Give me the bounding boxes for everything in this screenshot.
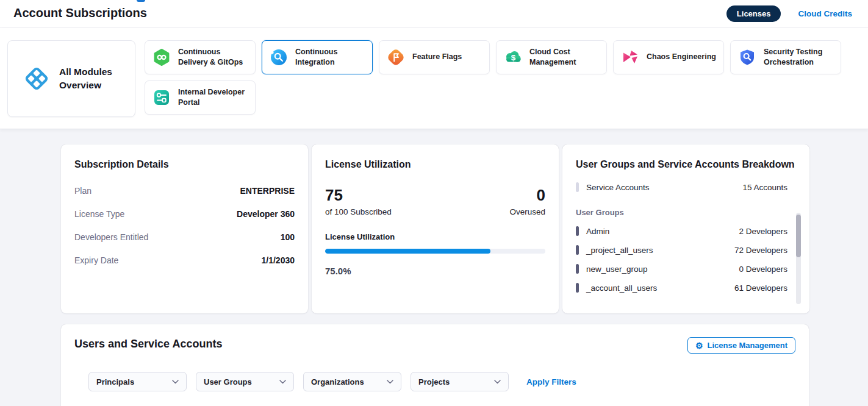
detail-label: License Type xyxy=(74,209,124,219)
module-card-internal-developer-portal[interactable]: Internal Developer Portal xyxy=(145,80,256,115)
module-label: Continuous Integration xyxy=(295,47,372,68)
subscribed-count: 75 xyxy=(325,186,392,205)
user-group-marker-icon xyxy=(576,245,579,255)
cloud-cost-icon: $ xyxy=(504,48,522,66)
detail-value: ENTERPRISE xyxy=(240,186,295,196)
user-group-value: 61 Developers xyxy=(734,283,787,293)
user-group-name: _account_all_users xyxy=(586,283,657,293)
breakdown-title: User Groups and Service Accounts Breakdo… xyxy=(576,159,796,170)
main-content: Subscription Details Plan ENTERPRISE Lic… xyxy=(0,129,868,406)
detail-label: Plan xyxy=(74,186,91,196)
license-utilization-stats: 75 of 100 Subscribed 0 Overused xyxy=(325,186,545,216)
filter-label: Organizations xyxy=(311,377,364,386)
feature-flags-icon xyxy=(387,48,405,66)
detail-row-developers-entitled: Developers Entitled 100 xyxy=(74,232,295,242)
utilization-bar-fill xyxy=(325,249,490,254)
service-accounts-row: Service Accounts 15 Accounts xyxy=(576,182,796,192)
detail-label: Expiry Date xyxy=(74,255,118,265)
module-card-cloud-cost[interactable]: $ Cloud Cost Management xyxy=(496,40,607,74)
module-selector-bar: All Modules Overview Continuous Delivery… xyxy=(0,28,868,129)
module-cards: Continuous Delivery & GitOps Continuous … xyxy=(145,40,852,115)
chevron-down-icon xyxy=(279,380,286,384)
filters-row: Principals User Groups Organizations Pro… xyxy=(88,372,576,391)
module-card-chaos-engineering[interactable]: Chaos Engineering xyxy=(613,40,724,74)
user-group-row: _account_all_users 61 Developers xyxy=(576,283,787,293)
utilization-bar-label: License Utilization xyxy=(325,232,545,241)
module-label: Feature Flags xyxy=(412,52,465,63)
module-card-security-testing[interactable]: Security Testing Orchestration xyxy=(730,40,841,74)
license-utilization-card: License Utilization 75 of 100 Subscribed… xyxy=(312,144,559,313)
subscription-details-rows: Plan ENTERPRISE License Type Developer 3… xyxy=(74,186,295,265)
service-accounts-value: 15 Accounts xyxy=(742,183,787,192)
svg-text:$: $ xyxy=(511,53,516,62)
all-modules-icon xyxy=(23,65,51,93)
page-header: Account Subscriptions Licenses Cloud Cre… xyxy=(0,0,868,27)
user-group-marker-icon xyxy=(576,226,579,236)
detail-row-license-type: License Type Developer 360 xyxy=(74,209,295,219)
module-label: Security Testing Orchestration xyxy=(764,47,841,68)
filter-label: User Groups xyxy=(204,377,252,386)
module-label: Continuous Delivery & GitOps xyxy=(178,47,255,68)
cloud-credits-tab[interactable]: Cloud Credits xyxy=(798,9,852,18)
module-card-continuous-integration[interactable]: Continuous Integration xyxy=(262,40,373,74)
internal-developer-portal-icon xyxy=(152,88,171,107)
overused-count: 0 xyxy=(509,186,545,205)
users-and-service-accounts-card: Users and Service Accounts ⚙ License Man… xyxy=(61,324,809,406)
license-utilization-title: License Utilization xyxy=(325,159,545,170)
license-management-label: License Management xyxy=(708,341,788,350)
scrollbar[interactable] xyxy=(796,213,801,304)
user-groups-list: Admin 2 Developers _project_all_users 72… xyxy=(576,226,796,293)
filter-label: Principals xyxy=(96,377,134,386)
user-group-marker-icon xyxy=(576,283,579,293)
all-modules-overview-label: All Modules Overview xyxy=(59,65,120,93)
module-label: Chaos Engineering xyxy=(647,52,720,63)
continuous-integration-icon xyxy=(270,48,288,66)
chevron-down-icon xyxy=(494,380,501,384)
utilization-percent: 75.0% xyxy=(325,266,545,276)
apply-filters-link[interactable]: Apply Filters xyxy=(526,377,576,386)
chevron-down-icon xyxy=(387,380,393,384)
module-card-feature-flags[interactable]: Feature Flags xyxy=(379,40,490,74)
subscribed-caption: of 100 Subscribed xyxy=(325,207,392,216)
user-group-value: 2 Developers xyxy=(739,227,787,236)
user-groups-subheader: User Groups xyxy=(576,208,796,217)
detail-value: 100 xyxy=(281,232,295,242)
user-group-name: Admin xyxy=(586,227,609,236)
licenses-tab[interactable]: Licenses xyxy=(726,5,781,22)
projects-filter-dropdown[interactable]: Projects xyxy=(411,372,509,391)
subscribed-stat: 75 of 100 Subscribed xyxy=(325,186,392,216)
chaos-engineering-icon xyxy=(621,48,639,66)
user-group-value: 72 Developers xyxy=(734,246,787,255)
service-accounts-label: Service Accounts xyxy=(586,183,650,192)
user-group-name: _project_all_users xyxy=(586,246,653,255)
user-group-value: 0 Developers xyxy=(739,265,787,274)
module-label: Internal Developer Portal xyxy=(178,87,255,109)
user-group-marker-icon xyxy=(576,264,579,274)
all-modules-overview-card[interactable]: All Modules Overview xyxy=(7,40,135,117)
detail-value: 1/1/2030 xyxy=(262,255,295,265)
users-section-title: Users and Service Accounts xyxy=(74,338,222,351)
overused-caption: Overused xyxy=(509,207,545,216)
detail-row-expiry-date: Expiry Date 1/1/2030 xyxy=(74,255,295,265)
detail-value: Developer 360 xyxy=(237,209,295,219)
gear-icon: ⚙ xyxy=(695,341,703,350)
subscription-details-card: Subscription Details Plan ENTERPRISE Lic… xyxy=(61,144,308,313)
cd-gitops-icon xyxy=(152,48,171,66)
module-card-cd-gitops[interactable]: Continuous Delivery & GitOps xyxy=(145,40,256,74)
user-groups-filter-dropdown[interactable]: User Groups xyxy=(196,372,294,391)
user-group-row: new_user_group 0 Developers xyxy=(576,264,787,274)
page-title: Account Subscriptions xyxy=(13,6,147,20)
utilization-bar-track xyxy=(325,249,545,254)
detail-label: Developers Entitled xyxy=(74,232,148,242)
user-group-row: Admin 2 Developers xyxy=(576,226,787,236)
summary-cards-row: Subscription Details Plan ENTERPRISE Lic… xyxy=(61,144,809,313)
license-management-button[interactable]: ⚙ License Management xyxy=(687,337,795,354)
organizations-filter-dropdown[interactable]: Organizations xyxy=(303,372,401,391)
clipped-header-fragment xyxy=(137,0,145,2)
principals-filter-dropdown[interactable]: Principals xyxy=(88,372,187,391)
scrollbar-thumb[interactable] xyxy=(796,215,801,257)
breakdown-card: User Groups and Service Accounts Breakdo… xyxy=(562,144,809,313)
detail-row-plan: Plan ENTERPRISE xyxy=(74,186,295,196)
subscription-details-title: Subscription Details xyxy=(74,159,295,170)
user-group-name: new_user_group xyxy=(586,265,648,274)
